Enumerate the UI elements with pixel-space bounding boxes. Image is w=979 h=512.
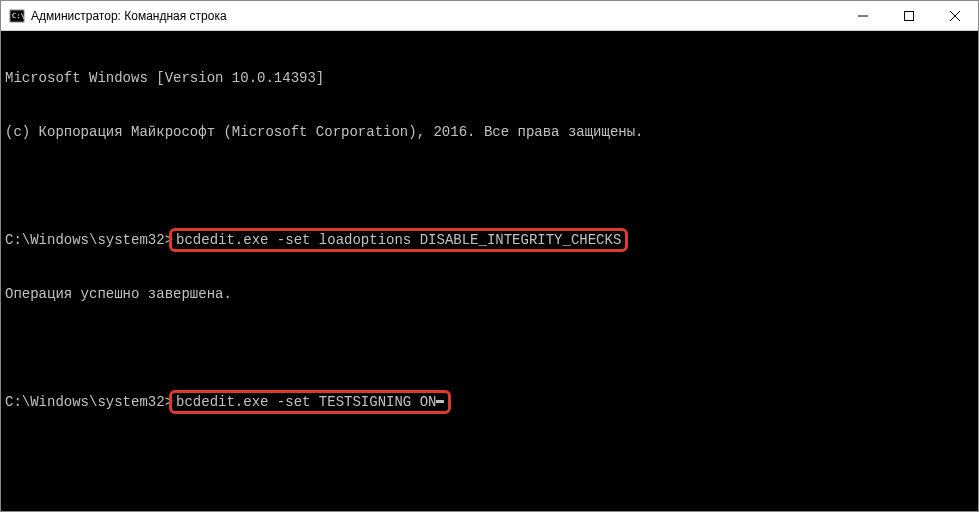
copyright-text: (c) Корпорация Майкрософт (Microsoft Cor…: [5, 123, 644, 141]
minimize-icon: [858, 11, 868, 21]
command-prompt-window: C:\ Администратор: Командная строка: [0, 0, 979, 512]
window-controls: [840, 1, 978, 30]
titlebar[interactable]: C:\ Администратор: Командная строка: [1, 1, 978, 31]
terminal-blank-line: [5, 339, 974, 357]
command-text: bcdedit.exe -set TESTSIGNING ON: [176, 393, 436, 411]
terminal-area[interactable]: Microsoft Windows [Version 10.0.14393] (…: [1, 31, 978, 511]
result-text: Операция успешно завершена.: [5, 285, 232, 303]
maximize-icon: [904, 11, 914, 21]
terminal-line: C:\Windows\system32>bcdedit.exe -set loa…: [5, 231, 974, 249]
highlighted-command: bcdedit.exe -set loadoptions DISABLE_INT…: [169, 228, 628, 252]
close-icon: [950, 11, 960, 21]
terminal-line: Microsoft Windows [Version 10.0.14393]: [5, 69, 974, 87]
highlighted-command: bcdedit.exe -set TESTSIGNING ON: [169, 390, 451, 414]
command-text: bcdedit.exe -set loadoptions DISABLE_INT…: [176, 231, 621, 249]
app-icon: C:\: [9, 8, 25, 24]
minimize-button[interactable]: [840, 1, 886, 30]
text-cursor: [436, 400, 444, 403]
svg-rect-3: [905, 11, 914, 20]
terminal-line: C:\Windows\system32>bcdedit.exe -set TES…: [5, 393, 974, 411]
close-button[interactable]: [932, 1, 978, 30]
os-version-text: Microsoft Windows [Version 10.0.14393]: [5, 69, 324, 87]
svg-text:C:\: C:\: [12, 12, 25, 20]
prompt-text: C:\Windows\system32>: [5, 231, 173, 249]
prompt-text: C:\Windows\system32>: [5, 393, 173, 411]
terminal-line: Операция успешно завершена.: [5, 285, 974, 303]
window-title: Администратор: Командная строка: [31, 9, 840, 23]
maximize-button[interactable]: [886, 1, 932, 30]
terminal-line: (c) Корпорация Майкрософт (Microsoft Cor…: [5, 123, 974, 141]
terminal-blank-line: [5, 177, 974, 195]
